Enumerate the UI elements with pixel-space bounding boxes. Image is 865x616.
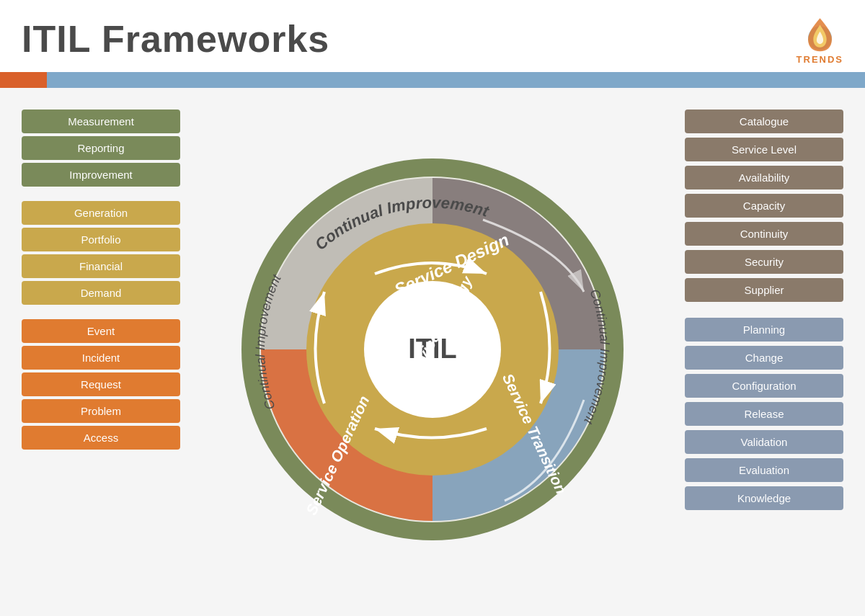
color-bar-orange <box>0 72 47 88</box>
release-button[interactable]: Release <box>685 402 843 426</box>
security-button[interactable]: Security <box>685 250 843 274</box>
center-diagram: ITIL Continual Improvement Continual Imp… <box>187 102 678 596</box>
csi-group: Measurement Reporting Improvement <box>22 110 180 187</box>
problem-button[interactable]: Problem <box>22 399 180 423</box>
request-button[interactable]: Request <box>22 372 180 396</box>
continuity-button[interactable]: Continuity <box>685 222 843 246</box>
logo-text: TRENDS <box>797 54 843 65</box>
generation-button[interactable]: Generation <box>22 201 180 225</box>
catalogue-button[interactable]: Catalogue <box>685 110 843 133</box>
configuration-button[interactable]: Configuration <box>685 374 843 398</box>
logo: TRENDS <box>797 13 843 65</box>
event-button[interactable]: Event <box>22 319 180 343</box>
color-bar-blue <box>47 72 865 88</box>
financial-button[interactable]: Financial <box>22 254 180 278</box>
validation-button[interactable]: Validation <box>685 430 843 454</box>
availability-button[interactable]: Availability <box>685 166 843 189</box>
page-header: ITIL Frameworks TRENDS <box>0 0 865 72</box>
evaluation-button[interactable]: Evaluation <box>685 458 843 482</box>
incident-button[interactable]: Incident <box>22 346 180 370</box>
knowledge-button[interactable]: Knowledge <box>685 486 843 510</box>
change-button[interactable]: Change <box>685 346 843 370</box>
service-strategy-group: Generation Portfolio Financial Demand <box>22 201 180 305</box>
itil-diagram: ITIL Continual Improvement Continual Imp… <box>231 148 634 551</box>
planning-button[interactable]: Planning <box>685 318 843 342</box>
color-bar <box>0 72 865 88</box>
left-sidebar: Measurement Reporting Improvement Genera… <box>22 102 180 596</box>
reporting-button[interactable]: Reporting <box>22 136 180 160</box>
page-title: ITIL Frameworks <box>22 17 329 61</box>
service-level-button[interactable]: Service Level <box>685 138 843 161</box>
improvement-button[interactable]: Improvement <box>22 163 180 187</box>
demand-button[interactable]: Demand <box>22 281 180 305</box>
supplier-button[interactable]: Supplier <box>685 278 843 302</box>
trends-logo-icon <box>800 13 840 53</box>
capacity-button[interactable]: Capacity <box>685 194 843 218</box>
portfolio-button[interactable]: Portfolio <box>22 228 180 251</box>
measurement-button[interactable]: Measurement <box>22 110 180 133</box>
right-sidebar: Catalogue Service Level Availability Cap… <box>685 102 843 596</box>
main-content: Measurement Reporting Improvement Genera… <box>0 88 865 610</box>
service-operation-group: Event Incident Request Problem Access <box>22 319 180 450</box>
access-button[interactable]: Access <box>22 426 180 450</box>
